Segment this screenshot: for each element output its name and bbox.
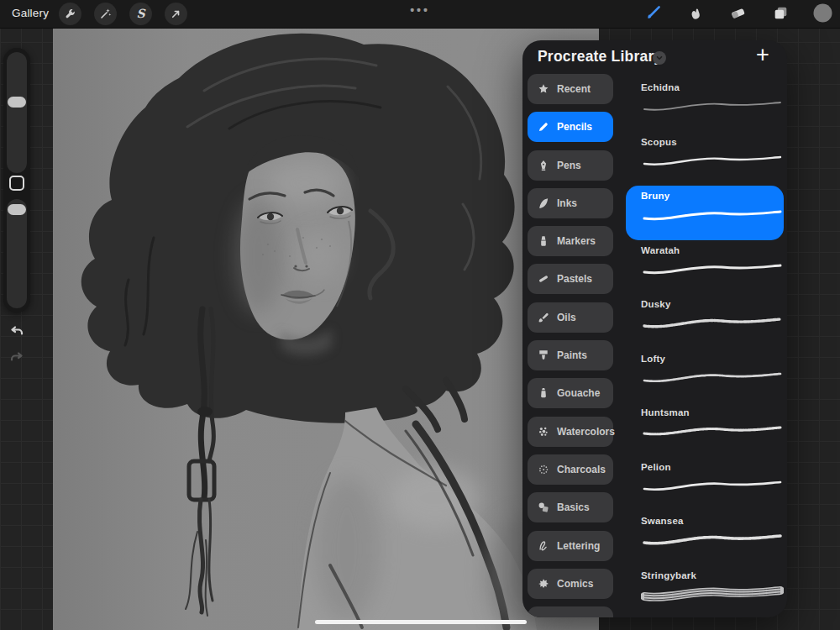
brush-name: Waratah (641, 245, 784, 255)
brush-row-stringybark[interactable]: Stringybark (626, 565, 784, 618)
pen-nib-icon (537, 159, 550, 172)
pencil-icon (537, 120, 550, 134)
quill-icon (537, 197, 550, 210)
category-label: Comics (557, 578, 593, 590)
brush-stroke-preview (641, 476, 784, 495)
brush-opacity-slider[interactable] (7, 199, 27, 308)
brush-stroke-preview (641, 422, 784, 440)
category-label: Lettering (557, 540, 600, 552)
modify-button[interactable] (9, 176, 24, 191)
category-gouache[interactable]: Gouache (528, 378, 613, 408)
category-label: Pastels (557, 273, 592, 285)
canvas-options-button[interactable]: ••• (0, 3, 840, 17)
canvas[interactable] (53, 28, 599, 630)
category-label: Basics (557, 501, 590, 513)
category-basics[interactable]: Basics (528, 492, 613, 522)
brush-stroke-preview (641, 260, 784, 278)
add-brush-button[interactable]: + (750, 42, 775, 67)
brush-stroke-preview (641, 151, 784, 170)
brush-size-handle[interactable] (8, 97, 26, 108)
category-lettering[interactable]: Lettering (528, 531, 613, 561)
brush-row-pelion[interactable]: Pelion (626, 457, 784, 512)
smudge-finger-icon (687, 4, 705, 25)
home-indicator[interactable] (315, 620, 527, 624)
brush-stroke-preview (641, 368, 784, 386)
color-circle-icon (812, 3, 833, 27)
panel-title: Procreate Library (538, 48, 662, 66)
category-label: Pencils (557, 121, 592, 133)
color-swatch-button[interactable] (810, 2, 835, 27)
category-pastels[interactable]: Pastels (528, 264, 613, 294)
eraser-icon (729, 4, 747, 25)
category-label: Paints (557, 349, 587, 361)
brush-name: Scopus (641, 137, 784, 147)
water-dots-icon (537, 425, 550, 438)
brush-tool-button[interactable] (641, 2, 666, 27)
brush-stroke-preview (641, 97, 784, 115)
procreate-app: Gallery S ••• (0, 0, 840, 630)
star-icon (537, 82, 550, 96)
brush-row-huntsman[interactable]: Huntsman (626, 402, 784, 457)
category-label: Oils (557, 312, 576, 323)
script-icon (537, 539, 550, 553)
brush-list: Echidna Scopus Bruny Waratah Dusky Lofty (626, 77, 784, 617)
brush-row-swansea[interactable]: Swansea (626, 511, 784, 565)
marker-icon (537, 234, 550, 248)
brush-sidebar (3, 48, 30, 312)
category-inks[interactable]: Inks (528, 188, 613, 218)
category-markers[interactable]: Markers (528, 226, 613, 256)
brush-name: Swansea (641, 516, 784, 526)
panel-header: Procreate Library + (522, 40, 787, 76)
category-label: Charcoals (557, 464, 606, 475)
brush-row-echidna[interactable]: Echidna (626, 77, 784, 132)
undo-icon (8, 328, 25, 342)
brush-opacity-handle[interactable] (8, 204, 26, 215)
brush-size-slider[interactable] (7, 52, 27, 173)
eraser-tool-button[interactable] (725, 2, 750, 27)
category-comics[interactable]: Comics (528, 569, 613, 599)
brush-row-dusky[interactable]: Dusky (626, 294, 784, 349)
category-label: Recent (557, 83, 591, 95)
brush-row-scopus[interactable]: Scopus (626, 132, 784, 186)
smudge-tool-button[interactable] (683, 2, 708, 27)
brush-stroke-preview (641, 313, 784, 332)
category-recent[interactable]: Recent (528, 74, 613, 104)
undo-button[interactable] (8, 323, 25, 339)
category-paints[interactable]: Paints (528, 340, 613, 370)
brush-row-lofty[interactable]: Lofty (626, 349, 784, 403)
burst-icon (537, 577, 550, 591)
brush-row-waratah[interactable]: Waratah (626, 240, 784, 295)
brush-name: Dusky (641, 299, 784, 309)
category-pencils[interactable]: Pencils (528, 112, 613, 142)
category-pens[interactable]: Pens (528, 150, 613, 181)
category-watercolors[interactable]: Watercolors (528, 417, 613, 447)
category-label: Watercolors (557, 426, 615, 438)
category-label: Inks (557, 197, 577, 209)
layers-icon (772, 4, 790, 25)
charcoal-dots-icon (537, 463, 550, 476)
paint-brush-icon (644, 3, 663, 25)
brush-name: Pelion (641, 462, 784, 472)
chevron-down-icon[interactable] (653, 51, 666, 65)
layers-button[interactable] (768, 2, 793, 27)
shapes-icon (537, 501, 550, 514)
redo-button[interactable] (8, 349, 25, 365)
brush-row-bruny[interactable]: Bruny (626, 186, 784, 240)
brush-set-list: Recent Pencils Pens Inks Markers Pastels (528, 74, 613, 617)
category-label: Pens (557, 160, 581, 171)
category-label: Markers (557, 235, 596, 247)
category-oils[interactable]: Oils (528, 302, 613, 333)
paint-brush-icon (537, 349, 550, 362)
redo-icon (8, 354, 25, 368)
brush-name: Stringybark (641, 570, 784, 580)
brush-name: Lofty (641, 354, 784, 364)
category-charcoals[interactable]: Charcoals (528, 454, 613, 485)
category-partial-row[interactable] (528, 606, 613, 617)
top-toolbar: Gallery S ••• (0, 0, 840, 29)
brush-stroke-preview (641, 205, 784, 223)
brush-name: Bruny (641, 191, 784, 201)
oil-brush-icon (537, 311, 550, 324)
brush-library-panel: Procreate Library + Recent Pencils Pens (522, 40, 787, 617)
brush-stroke-preview (641, 585, 784, 603)
canvas-artwork (53, 28, 599, 630)
